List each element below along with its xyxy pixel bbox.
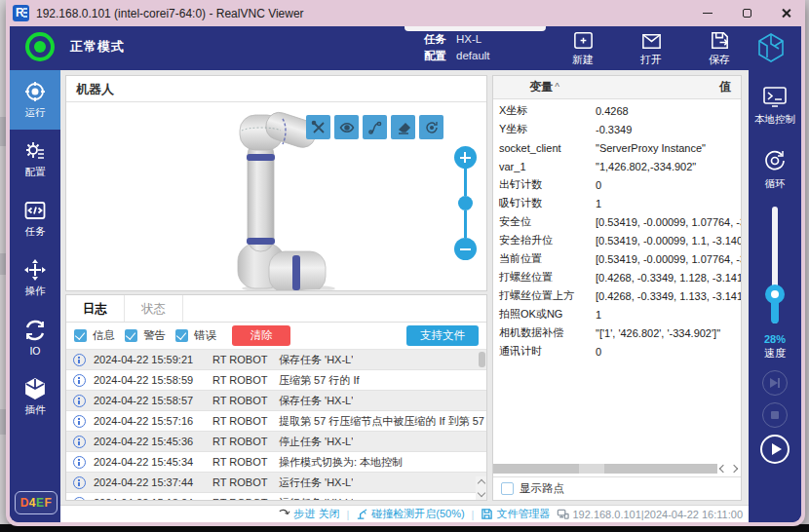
log-source: RT ROBOT (212, 415, 279, 427)
maximize-button[interactable] (727, 0, 766, 26)
support-files-button[interactable]: 支持文件 (406, 325, 479, 346)
filter-warning-checkbox[interactable] (125, 329, 137, 342)
close-button[interactable] (766, 0, 805, 26)
nav-item-run[interactable]: 运行 (10, 70, 60, 130)
table-row[interactable]: 打螺丝位置上方[0.4268, -0.3349, 1.133, -3.14159… (493, 286, 741, 305)
log-row[interactable]: 2024-04-22 15:59:21 RT ROBOT 保存任务 'HX-L' (66, 350, 486, 370)
tab-log[interactable]: 日志 (66, 295, 125, 322)
view-tools-button[interactable] (306, 115, 330, 139)
window-titlebar[interactable]: 192.168.0.101 (intel-corei7-64:0) - Real… (6, 0, 805, 26)
scroll-up-icon[interactable] (476, 476, 486, 488)
var-value: 0 (596, 346, 741, 358)
table-row[interactable]: var_1"1,426.802,-334.902" (493, 157, 741, 175)
var-name: 打螺丝位置 (493, 270, 596, 285)
nav-item-task[interactable]: 任务 (10, 189, 60, 248)
scroll-left-icon[interactable] (717, 463, 726, 475)
local-control-button[interactable]: 本地控制 (754, 84, 795, 127)
save-task-button[interactable]: 保存 (697, 29, 742, 67)
loop-mode-button[interactable]: 循环 (762, 148, 788, 191)
zoom-in-button[interactable] (454, 146, 477, 169)
nav-label-task: 任务 (25, 225, 46, 239)
status-bar: 步进 关闭 | 碰撞检测开启(50%) | 文件管理器 (60, 505, 749, 522)
speed-slider[interactable] (749, 207, 801, 323)
nav-item-plugin[interactable]: 插件 (10, 367, 60, 427)
table-row[interactable]: 出钉计数0 (493, 175, 741, 194)
log-row[interactable]: 2024-04-22 15:58:57 RT ROBOT 保存任务 'HX-L' (66, 391, 486, 411)
nav-item-operate[interactable]: 操作 (10, 248, 60, 308)
info-icon (73, 497, 86, 501)
table-row[interactable]: 拍照OK或NG1 (493, 305, 741, 323)
nav-label-plugin: 插件 (25, 403, 46, 417)
table-row[interactable]: Y坐标-0.3349 (493, 120, 741, 138)
log-row[interactable]: 2024-04-22 15:57:16 RT ROBOT 提取第 57 行压缩节… (66, 411, 486, 432)
log-scrollbar-thumb[interactable] (479, 352, 485, 367)
tab-status[interactable]: 状态 (125, 295, 183, 322)
log-row[interactable]: 2024-04-22 15:18:24 RT ROBOT 运行任务 'HX-L' (66, 493, 486, 500)
var-name: 拍照OK或NG (493, 307, 596, 322)
table-row[interactable]: 安全抬升位[0.53419, -0.00099, 1.1, -3.14048, … (493, 231, 741, 249)
new-task-button[interactable]: 新建 (560, 29, 605, 67)
play-button[interactable] (760, 435, 790, 464)
var-value: "['1', '426.802', '-334.902']" (596, 327, 741, 339)
log-message: 操作模式切换为: 本地控制 (279, 455, 403, 470)
log-message: 压缩第 57 行的 If (279, 373, 360, 388)
table-row[interactable]: X坐标0.4268 (493, 101, 741, 120)
sort-caret-icon: ^ (555, 82, 559, 93)
step-run-button[interactable] (762, 370, 788, 396)
column-value[interactable]: 值 (596, 79, 741, 95)
step-mode-toggle[interactable]: 步进 关闭 (278, 507, 339, 521)
table-row[interactable]: socket_client"ServerProxy Instance" (493, 138, 741, 157)
table-row[interactable]: 吸钉计数1 (493, 194, 741, 212)
main-content: 机器人 (60, 70, 749, 522)
clear-log-button[interactable]: 清除 (232, 325, 290, 346)
hscroll-thumb[interactable] (579, 464, 604, 474)
scroll-down-icon[interactable] (476, 488, 486, 500)
view-trajectory-button[interactable] (363, 115, 387, 139)
log-source: RT ROBOT (212, 395, 279, 406)
show-waypoints-checkbox[interactable] (501, 482, 514, 495)
table-row[interactable]: 通讯计时0 (493, 342, 741, 361)
collision-detect-toggle[interactable]: 碰撞检测开启(50%) (356, 507, 464, 521)
collision-icon (356, 508, 368, 520)
robot-3d-viewport[interactable] (66, 102, 486, 290)
log-row[interactable]: 2024-04-22 15:45:34 RT ROBOT 操作模式切换为: 本地… (66, 452, 486, 473)
log-source: RT ROBOT (212, 354, 279, 365)
file-manager-button[interactable]: 文件管理器 (481, 507, 550, 521)
save-floppy-icon (709, 29, 731, 52)
zoom-slider-knob[interactable] (458, 196, 473, 210)
filter-error-checkbox[interactable] (175, 329, 188, 342)
view-toolbar (306, 115, 443, 139)
robot-mode-indicator[interactable]: 正常模式 (25, 32, 125, 61)
table-row[interactable]: 相机数据补偿"['1', '426.802', '-334.902']" (493, 323, 741, 342)
speed-slider-thumb[interactable] (765, 285, 785, 304)
log-row[interactable]: 2024-04-22 15:37:44 RT ROBOT 运行任务 'HX-L' (66, 473, 486, 493)
log-time: 2024-04-22 15:37:44 (94, 476, 212, 488)
var-name: 打螺丝位置上方 (493, 288, 596, 303)
view-visibility-button[interactable] (334, 115, 359, 139)
variables-footer: 显示路点 (493, 476, 741, 500)
scroll-right-icon[interactable] (730, 463, 739, 475)
view-reset-button[interactable] (419, 115, 443, 139)
variables-table[interactable]: X坐标0.4268 Y坐标-0.3349 socket_client"Serve… (493, 99, 741, 463)
zoom-out-button[interactable] (454, 238, 477, 260)
log-row[interactable]: 2024-04-22 15:45:36 RT ROBOT 停止任务 'HX-L' (66, 432, 486, 452)
table-row[interactable]: 当前位置[0.53419, -0.00099, 1.07764, -3.1404… (493, 249, 741, 268)
new-file-icon (572, 29, 595, 52)
task-label: 任务 (424, 33, 446, 45)
var-value: [0.53419, -0.00099, 1.07764, -3.14048, (596, 216, 741, 228)
hscroll-track[interactable] (493, 464, 717, 474)
reset-view-icon (424, 120, 440, 135)
table-row[interactable]: 安全位[0.53419, -0.00099, 1.07764, -3.14048… (493, 212, 741, 231)
column-variable[interactable]: 变量^ (493, 79, 596, 95)
var-value: [0.53419, -0.00099, 1.07764, -3.14048, (596, 253, 741, 265)
stop-button[interactable] (762, 402, 788, 428)
open-task-button[interactable]: 打开 (629, 29, 674, 67)
table-row[interactable]: 打螺丝位置[0.4268, -0.3349, 1.128, -3.14159, … (493, 268, 741, 286)
nav-item-config[interactable]: 配置 (10, 130, 60, 189)
minimize-button[interactable] (688, 0, 727, 26)
view-eraser-button[interactable] (391, 115, 415, 139)
log-list[interactable]: 2024-04-22 15:59:21 RT ROBOT 保存任务 'HX-L'… (66, 349, 486, 500)
log-row[interactable]: 2024-04-22 15:58:59 RT ROBOT 压缩第 57 行的 I… (66, 370, 486, 391)
nav-item-io[interactable]: IO (10, 308, 60, 367)
filter-info-checkbox[interactable] (74, 329, 87, 342)
